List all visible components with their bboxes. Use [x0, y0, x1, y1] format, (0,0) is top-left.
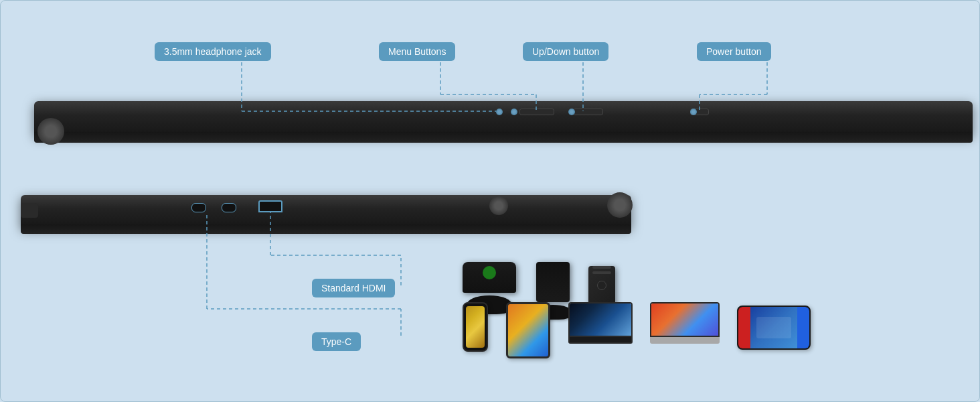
hdmi-port: [258, 200, 282, 212]
label-menu-buttons: Menu Buttons: [379, 42, 455, 61]
hinge-bottom-center: [489, 196, 508, 215]
menu-buttons-bar: [519, 109, 554, 115]
monitor-top-bar-edge: [34, 132, 973, 143]
label-power-button: Power button: [697, 42, 771, 61]
usbc-port-2: [222, 203, 236, 212]
monitor-bottom-bar: [21, 195, 631, 228]
power-dot: [690, 109, 697, 115]
hinge-left: [37, 118, 64, 145]
label-typec: Type-C: [312, 332, 361, 351]
label-updown-button: Up/Down button: [523, 42, 608, 61]
device-ipad: [506, 302, 550, 358]
monitor-top-bar: [34, 101, 973, 136]
label-headphone-jack: 3.5mm headphone jack: [155, 42, 271, 61]
hinge-right-bottom: [607, 192, 633, 218]
product-diagram: 3.5mm headphone jack Menu Buttons Up/Dow…: [0, 0, 980, 402]
device-switch: [737, 306, 811, 350]
device-macbook: [650, 302, 720, 344]
device-gaming-laptop: [568, 302, 633, 344]
label-hdmi: Standard HDMI: [312, 279, 395, 297]
usbc-port-1: [191, 203, 206, 212]
updown-dot: [568, 109, 575, 115]
left-tab: [21, 203, 38, 218]
headphone-jack-indicator: [496, 109, 503, 115]
monitor-bottom-bar-edge: [21, 224, 631, 234]
device-android-phone: [463, 302, 488, 352]
menu-dot: [511, 109, 517, 115]
updown-buttons-bar: [573, 109, 603, 115]
